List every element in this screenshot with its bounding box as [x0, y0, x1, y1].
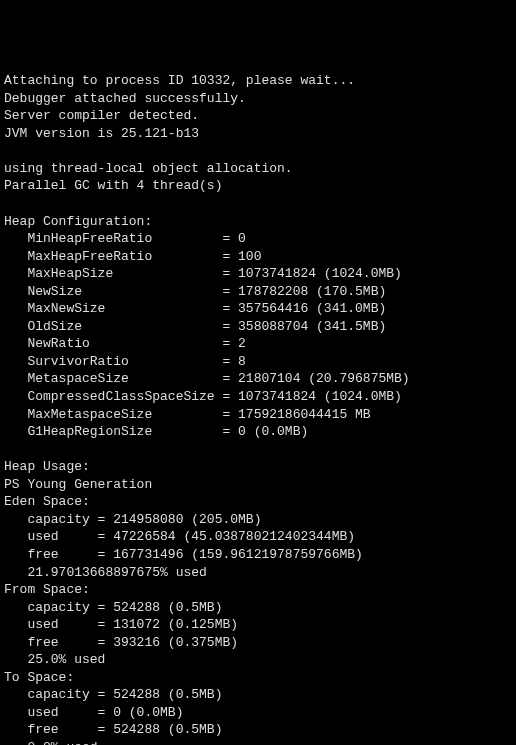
terminal-output: Attaching to process ID 10332, please wa… [4, 72, 512, 745]
